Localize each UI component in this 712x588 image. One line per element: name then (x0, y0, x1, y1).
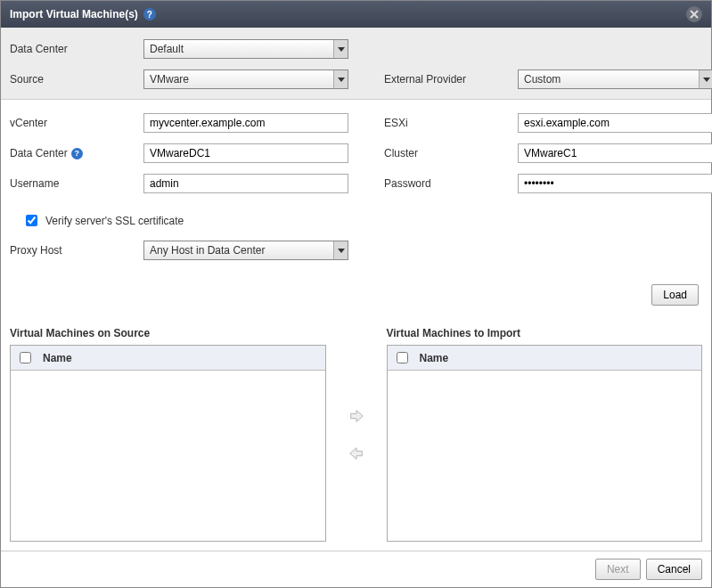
select-datacenter-value: Default (150, 43, 333, 55)
content-area: vCenter ESXi Data Center ? Cluster Usern… (1, 100, 711, 551)
label-proxy-host: Proxy Host (10, 244, 143, 257)
help-icon[interactable]: ? (143, 8, 156, 20)
input-datacenter[interactable] (143, 143, 348, 163)
row-verify-ssl: Verify server's SSL certificate (22, 212, 702, 229)
label-datacenter2: Data Center (10, 147, 68, 159)
cancel-button[interactable]: Cancel (646, 559, 702, 580)
target-select-all-checkbox[interactable] (397, 352, 408, 363)
checkbox-verify-ssl[interactable] (26, 215, 37, 226)
input-esxi[interactable] (518, 113, 712, 133)
label-verify-ssl: Verify server's SSL certificate (45, 215, 184, 227)
label-vcenter: vCenter (10, 117, 143, 129)
target-listbox[interactable]: Name (387, 345, 703, 542)
target-col-name: Name (420, 352, 449, 364)
source-list-body (11, 371, 325, 541)
arrow-right-icon (348, 408, 364, 424)
source-panel: Virtual Machines on Source Name (10, 327, 326, 542)
select-datacenter[interactable]: Default (143, 39, 348, 59)
input-password[interactable] (518, 174, 712, 193)
row-dc-cluster: Data Center ? Cluster (10, 143, 702, 164)
select-source-value: VMware (150, 73, 333, 86)
load-row: Load (10, 270, 702, 327)
label-external-provider: External Provider (384, 73, 518, 86)
row-proxy-host: Proxy Host Any Host in Data Center (10, 240, 702, 261)
label-esxi: ESXi (384, 117, 518, 129)
label-source: Source (10, 73, 143, 86)
titlebar: Import Virtual Machine(s) ? (1, 1, 711, 28)
dialog-footer: Next Cancel (1, 551, 711, 587)
label-username: Username (10, 177, 143, 190)
row-user-pass: Username Password (10, 173, 702, 194)
target-panel: Virtual Machines to Import Name (387, 327, 703, 542)
source-list-header: Name (11, 346, 325, 371)
load-button[interactable]: Load (651, 284, 699, 306)
input-username[interactable] (143, 174, 348, 193)
source-listbox[interactable]: Name (10, 345, 326, 542)
move-left-button[interactable] (347, 444, 366, 463)
chevron-down-icon (333, 40, 348, 58)
input-vcenter[interactable] (143, 113, 348, 133)
target-list-header: Name (388, 346, 702, 371)
import-vm-dialog: Import Virtual Machine(s) ? Data Center … (0, 0, 712, 588)
source-panel-title: Virtual Machines on Source (10, 327, 326, 339)
select-proxy-host[interactable]: Any Host in Data Center (143, 241, 348, 260)
source-select-all-checkbox[interactable] (20, 352, 31, 363)
label-cluster: Cluster (384, 147, 518, 159)
transfer-arrows (330, 327, 383, 542)
help-icon[interactable]: ? (71, 148, 83, 159)
arrow-left-icon (348, 445, 364, 461)
select-external-provider[interactable]: Custom (518, 69, 712, 89)
row-vcenter-esxi: vCenter ESXi (10, 112, 702, 134)
dialog-title: Import Virtual Machine(s) (10, 8, 138, 20)
target-list-body (388, 371, 702, 541)
input-cluster[interactable] (518, 143, 712, 163)
close-icon (690, 10, 699, 19)
label-password: Password (384, 177, 518, 190)
select-proxy-host-value: Any Host in Data Center (150, 244, 333, 257)
chevron-down-icon (699, 70, 712, 88)
chevron-down-icon (333, 70, 348, 88)
row-source: Source VMware External Provider Custom (10, 69, 702, 90)
chevron-down-icon (333, 241, 348, 259)
top-section: Data Center Default Source VMware Extern… (1, 28, 711, 100)
close-button[interactable] (686, 6, 702, 22)
select-external-provider-value: Custom (524, 73, 699, 86)
move-right-button[interactable] (347, 406, 366, 426)
next-button[interactable]: Next (595, 559, 641, 580)
row-datacenter-top: Data Center Default (10, 38, 702, 60)
label-datacenter: Data Center (10, 43, 143, 55)
transfer-area: Virtual Machines on Source Name (10, 327, 702, 542)
target-panel-title: Virtual Machines to Import (387, 327, 703, 339)
select-source[interactable]: VMware (143, 69, 348, 89)
source-col-name: Name (43, 352, 72, 364)
